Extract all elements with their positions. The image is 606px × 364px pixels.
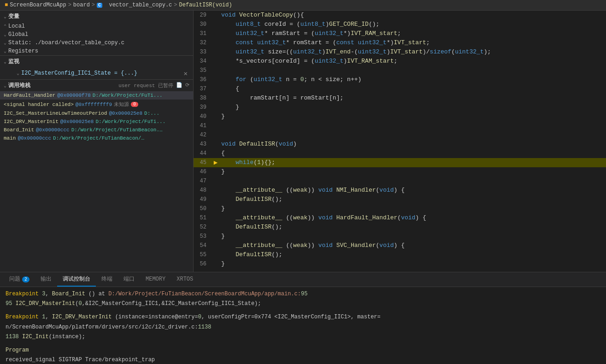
callstack-item[interactable]: HardFault_Handler @0x00000f78 D:/Work/Pr… <box>0 91 193 100</box>
sidebar: ⌄ 变量 ⌃ Local ⌄ Global ⌄ Static: ./board/… <box>0 11 194 272</box>
callstack-header: ⌄ 调用堆栈 user request 已暂停 📄 ⟳ <box>0 80 193 91</box>
panel-tab-xrtos[interactable]: XRTOS <box>171 273 199 286</box>
breadcrumb-file[interactable]: C vector_table_copy.c <box>97 2 172 8</box>
breadcrumb-app[interactable]: ScreenBoardMcuApp <box>10 2 66 8</box>
panel-tab-问题[interactable]: 问题2 <box>4 272 35 287</box>
callstack-item[interactable]: Board_Init @0x00000ccc D:/Work/Project/F… <box>0 126 193 134</box>
line-arrow <box>212 20 219 29</box>
line-arrow <box>212 213 219 223</box>
line-arrow <box>212 103 219 112</box>
line-number: 42 <box>194 130 212 140</box>
line-content: __attribute__ ((weak)) void SVC_Handler(… <box>219 241 606 250</box>
code-line-48: 48 __attribute__ ((weak)) void NMI_Handl… <box>194 186 606 195</box>
callstack-addr: @0x000025e8 <box>60 119 94 124</box>
line-arrow <box>212 259 219 269</box>
panel-tab-memory[interactable]: MEMORY <box>140 273 171 286</box>
line-content <box>219 130 606 140</box>
panel-tab-输出[interactable]: 输出 <box>35 272 57 287</box>
callstack-item[interactable]: main @0x00000ccc D:/Work/Project/FuTianB… <box>0 134 193 142</box>
line-arrow <box>212 223 219 232</box>
breadcrumb-func[interactable]: DefaultISR(void) <box>179 2 232 8</box>
code-line-43: 43void DefaultISR(void) <box>194 140 606 149</box>
line-number: 51 <box>194 213 212 223</box>
code-line-38: 38 ramStart[n] = romStart[n]; <box>194 94 606 103</box>
line-number: 47 <box>194 176 212 186</box>
line-content: } <box>219 167 606 176</box>
variables-header[interactable]: ⌄ 变量 <box>0 11 193 22</box>
line-number: 40 <box>194 112 212 121</box>
line-number: 38 <box>194 94 212 103</box>
callstack-icon1[interactable]: 📄 <box>176 82 182 89</box>
callstack-icon2[interactable]: ⟳ <box>185 82 189 89</box>
callstack-addr: @0x00000ccc <box>18 135 51 141</box>
panel-tab-list: 问题2输出调试控制台终端端口MEMORYXRTOS <box>4 272 199 287</box>
variables-local[interactable]: ⌃ Local <box>0 22 193 30</box>
variables-static[interactable]: ⌄ Static: ./board/vector_table_copy.c <box>0 39 193 47</box>
callstack-list: HardFault_Handler @0x00000f78 D:/Work/Pr… <box>0 91 193 142</box>
bottom-panel: 问题2输出调试控制台终端端口MEMORYXRTOS Breakpoint 3, … <box>0 272 606 364</box>
line-number: 49 <box>194 195 212 204</box>
line-content: void VectorTableCopy(){ <box>219 11 606 20</box>
panel-content[interactable]: Breakpoint 3, Board_Init () at D:/Work/P… <box>0 287 606 364</box>
breadcrumb-folder[interactable]: board <box>73 2 90 8</box>
line-number: 53 <box>194 232 212 241</box>
breadcrumb-sep1: > <box>68 2 71 8</box>
panel-tab-终端[interactable]: 终端 <box>96 272 118 287</box>
line-arrow <box>212 75 219 84</box>
line-arrow <box>212 47 219 57</box>
line-arrow <box>212 149 219 158</box>
line-content: for (uint32_t n = 0; n < size; n++) <box>219 75 606 84</box>
line-content: } <box>219 232 606 241</box>
watch-item-row: ⌄ I2C_MasterConfig_IIC1_State = {...} ✕ <box>0 67 193 79</box>
line-content: const uint32_t* romStart = (const uint32… <box>219 38 606 47</box>
line-content <box>219 66 606 75</box>
breadcrumb-sep2: > <box>92 2 95 8</box>
callstack-item[interactable]: <signal handler called> @0xffffffff9 未知源… <box>0 100 193 109</box>
line-content: uint32_t size=((uint32_t)IVT_end-(uint32… <box>219 47 606 57</box>
code-line-45: 45▶ while(1){}; <box>194 158 606 167</box>
line-number: 30 <box>194 20 212 29</box>
line-arrow <box>212 66 219 75</box>
callstack-func: I2C_Set_MasterLineLowTimeoutPeriod <box>4 111 107 116</box>
line-arrow <box>212 130 219 140</box>
line-content: ramStart[n] = romStart[n]; <box>219 94 606 103</box>
callstack-source: D:/Work/Project/FuTianBeacon... <box>71 127 164 133</box>
code-line-36: 36 for (uint32_t n = 0; n < size; n++) <box>194 75 606 84</box>
line-number: 50 <box>194 204 212 213</box>
code-line-49: 49 DefaultISR(); <box>194 195 606 204</box>
code-line-51: 51 __attribute__ ((weak)) void HardFault… <box>194 213 606 223</box>
breadcrumb-bar: ■ ScreenBoardMcuApp > board > C vector_t… <box>0 0 606 11</box>
variables-chevron: ⌄ <box>4 14 6 19</box>
panel-tab-端口[interactable]: 端口 <box>118 272 140 287</box>
callstack-func: main <box>4 135 16 141</box>
variables-section: ⌄ 变量 ⌃ Local ⌄ Global ⌄ Static: ./board/… <box>0 11 193 56</box>
line-content: __attribute__ ((weak)) void NMI_Handler(… <box>219 186 606 195</box>
line-number: 48 <box>194 186 212 195</box>
code-line-56: 56} <box>194 259 606 269</box>
line-arrow <box>212 94 219 103</box>
code-line-39: 39 } <box>194 103 606 112</box>
variables-label: 变量 <box>8 12 19 20</box>
callstack-item[interactable]: I2C_Set_MasterLineLowTimeoutPeriod @0x00… <box>0 109 193 117</box>
code-line-34: 34 *s_vectors[coreId] = (uint32_t)IVT_RA… <box>194 57 606 66</box>
callstack-item[interactable]: I2C_DRV_MasterInit @0x000025e8 D:/Work/P… <box>0 117 193 126</box>
variables-registers[interactable]: ⌄ Registers <box>0 47 193 55</box>
watch-header[interactable]: ⌄ 监视 <box>0 56 193 67</box>
line-content <box>219 176 606 186</box>
code-line-54: 54 __attribute__ ((weak)) void SVC_Handl… <box>194 241 606 250</box>
watch-item[interactable]: ⌄ I2C_MasterConfig_IIC1_State = {...} <box>7 69 141 78</box>
line-arrow <box>212 204 219 213</box>
line-number: 52 <box>194 223 212 232</box>
watch-close-button[interactable]: ✕ <box>182 70 189 77</box>
line-arrow <box>212 250 219 259</box>
line-content: while(1){}; <box>219 158 606 167</box>
panel-tab-调试控制台[interactable]: 调试控制台 <box>57 272 96 287</box>
line-number: 44 <box>194 149 212 158</box>
line-arrow: ▶ <box>212 158 219 167</box>
line-number: 45 <box>194 158 212 167</box>
code-line-55: 55 DefaultISR(); <box>194 250 606 259</box>
code-line-35: 35 <box>194 66 606 75</box>
code-scroll[interactable]: 29void VectorTableCopy(){30 uint8_t core… <box>194 11 606 272</box>
line-number: 54 <box>194 241 212 250</box>
variables-global[interactable]: ⌄ Global <box>0 30 193 39</box>
